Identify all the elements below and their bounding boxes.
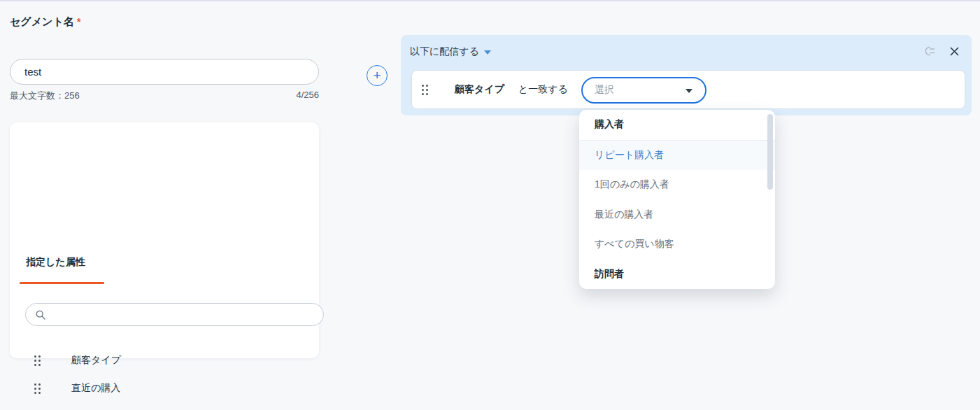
active-tab-underline [20, 282, 104, 284]
duplicate-icon [923, 46, 936, 56]
chevron-down-icon [686, 89, 693, 93]
tab-specified-attributes[interactable]: 指定した属性 [26, 256, 85, 269]
drag-handle-icon[interactable] [34, 355, 41, 366]
attribute-search-box[interactable] [25, 303, 324, 326]
page-top-divider [0, 0, 980, 1]
required-asterisk: * [77, 15, 81, 27]
add-condition-button[interactable]: + [367, 65, 388, 86]
dropdown-option-recent-buyers[interactable]: 最近の購入者 [579, 200, 775, 230]
char-counter: 4/256 [296, 90, 319, 102]
dropdown-option-one-time-buyers[interactable]: 1回のみの購入者 [579, 170, 775, 200]
condition-attribute-name: 顧客タイプ [455, 83, 504, 96]
segment-name-label: セグメント名* [10, 15, 81, 29]
close-group-button[interactable] [949, 45, 960, 57]
dropdown-group-visitors[interactable]: 訪問者 [579, 260, 775, 290]
max-chars-hint: 最大文字数：256 [10, 90, 80, 102]
duplicate-button[interactable] [922, 45, 937, 57]
drag-handle-icon[interactable] [422, 85, 428, 95]
condition-value-select[interactable]: 選択 [581, 77, 706, 104]
value-dropdown-menu: 購入者 リピート購入者 1回のみの購入者 最近の購入者 すべての買い物客 訪問者 [579, 110, 775, 289]
dropdown-option-repeat-buyers[interactable]: リピート購入者 [579, 141, 775, 171]
attribute-search-input[interactable] [52, 309, 313, 320]
dropdown-scrollbar[interactable] [767, 114, 773, 190]
list-item-customer-type[interactable]: 顧客タイプ [20, 346, 309, 374]
caret-down-icon [484, 50, 491, 55]
dropdown-group-buyers[interactable]: 購入者 [579, 110, 775, 141]
filter-logic-dropdown[interactable]: 以下に配信する [410, 45, 491, 58]
search-icon [36, 310, 45, 320]
filter-group-panel: 以下に配信する 顧客タイプ と一致する 選択 [401, 35, 972, 115]
dropdown-option-all-shoppers[interactable]: すべての買い物客 [579, 229, 775, 260]
attribute-list: 顧客タイプ 直近の購入 直近の訪問 詳細設定 [20, 346, 309, 410]
list-item-recent-purchase[interactable]: 直近の購入 [20, 374, 309, 402]
input-hint-row: 最大文字数：256 4/256 [10, 90, 319, 102]
segment-name-input[interactable] [10, 59, 319, 85]
drag-handle-icon[interactable] [34, 383, 41, 394]
list-item-recent-visit[interactable]: 直近の訪問 [20, 402, 309, 410]
condition-operator-label: と一致する [518, 83, 568, 96]
attributes-card: 指定した属性 顧客タイプ 直近の購入 直近の訪問 詳細設定 [10, 122, 319, 358]
condition-row: 顧客タイプ と一致する 選択 [411, 70, 965, 109]
close-icon [950, 47, 959, 56]
